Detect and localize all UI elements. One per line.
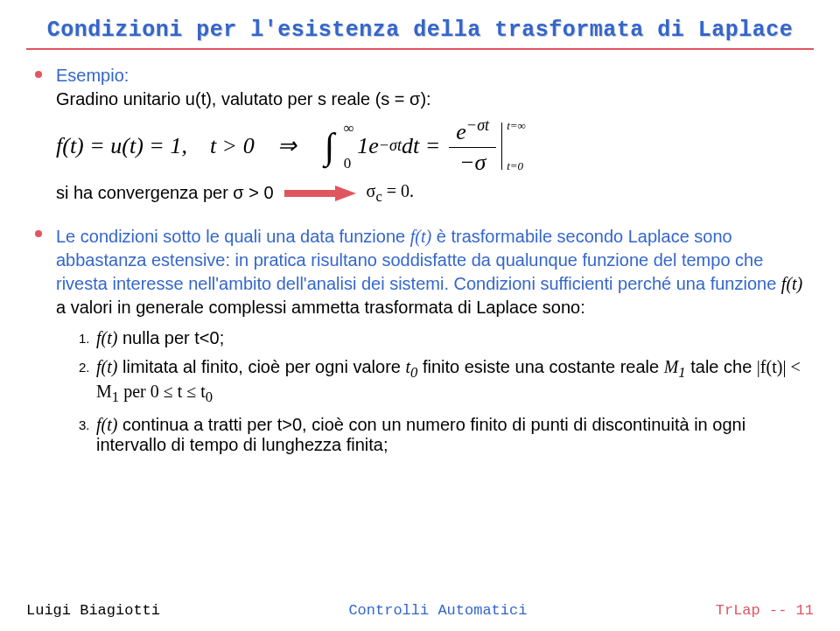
integral: ∫∞0 1e−σtdt = e−σt −σ t=∞t=0	[318, 116, 502, 176]
bullet-2: Le condizioni sotto le quali una data fu…	[26, 225, 814, 455]
cond-3: 3.f(t) continua a tratti per t>0, cioè c…	[79, 415, 814, 455]
footer-page: TrLap -- 11	[716, 602, 814, 619]
slide-title: Condizioni per l'esistenza della trasfor…	[26, 18, 814, 43]
footer-course: Controlli Automatici	[348, 602, 527, 619]
esempio-label: Esempio:	[56, 66, 814, 86]
bullet-1: Esempio: Gradino unitario u(t), valutato…	[26, 66, 814, 206]
footer: Luigi Biagiotti Controlli Automatici TrL…	[26, 602, 814, 619]
cond-2: 2.f(t) limitata al finito, cioè per ogni…	[79, 357, 814, 406]
eq-left: f(t) = u(t) = 1, t > 0 ⇒	[56, 132, 297, 159]
svg-marker-0	[284, 186, 356, 201]
cond-1: 1.f(t) nulla per t<0;	[79, 328, 814, 348]
equation-line: f(t) = u(t) = 1, t > 0 ⇒ ∫∞0 1e−σtdt = e…	[56, 116, 814, 176]
example-desc: Gradino unitario u(t), valutato per s re…	[56, 88, 814, 111]
footer-author: Luigi Biagiotti	[26, 602, 160, 619]
convergence-line: si ha convergenza per σ > 0 σc = 0.	[56, 181, 814, 206]
divider	[26, 48, 814, 50]
conditions-list: 1.f(t) nulla per t<0; 2.f(t) limitata al…	[79, 328, 814, 455]
arrow-icon	[284, 186, 356, 201]
conditions-paragraph: Le condizioni sotto le quali una data fu…	[56, 225, 814, 319]
